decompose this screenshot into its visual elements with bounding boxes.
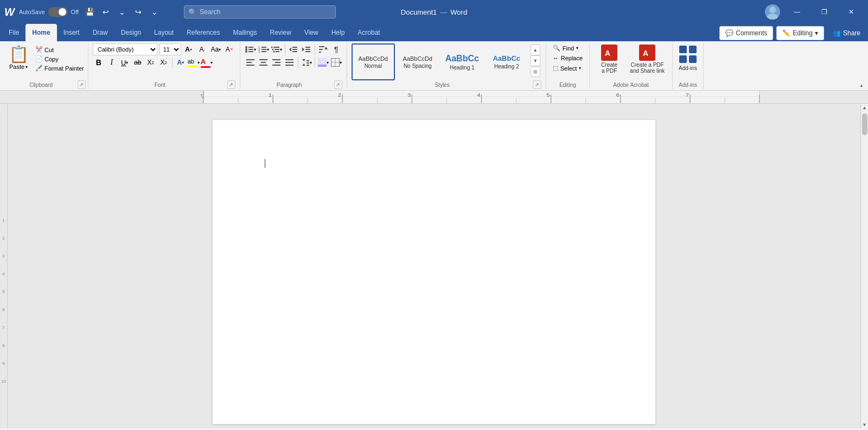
font-color-button[interactable]: A ▾	[201, 56, 213, 68]
tab-references[interactable]: References	[180, 24, 226, 41]
save-button[interactable]: 💾	[82, 4, 97, 20]
clipboard-dialog-button[interactable]: ↗	[78, 80, 86, 89]
borders-button[interactable]: ▾	[330, 56, 342, 68]
undo-dropdown[interactable]: ⌄	[114, 4, 130, 20]
svg-rect-30	[319, 52, 321, 53]
autosave-label: AutoSave	[19, 9, 45, 15]
style-heading1[interactable]: AaBbCc Heading 1	[441, 43, 484, 80]
tab-layout[interactable]: Layout	[148, 24, 180, 41]
select-button[interactable]: ⬚ Select ▾	[551, 64, 585, 73]
svg-rect-28	[319, 46, 324, 47]
tab-acrobat[interactable]: Acrobat	[351, 24, 386, 41]
format-painter-button[interactable]: 🖌️ Format Painter	[34, 64, 86, 72]
scroll-up-arrow[interactable]: ▲	[861, 104, 869, 111]
tab-review[interactable]: Review	[264, 24, 298, 41]
sort-button[interactable]	[317, 43, 329, 55]
justify-button[interactable]	[284, 56, 296, 68]
addins-icon[interactable]	[677, 43, 699, 65]
font-color-bar	[201, 66, 210, 68]
align-left-button[interactable]	[245, 56, 257, 68]
superscript-button[interactable]: X2	[158, 56, 170, 68]
editing-mode-button[interactable]: ✏️ Editing ▾	[776, 26, 824, 40]
shading-button[interactable]: ▾	[317, 56, 329, 68]
tab-design[interactable]: Design	[114, 24, 148, 41]
create-share-pdf-button[interactable]: A Create a PDFand Share link	[627, 43, 668, 75]
autosave-toggle[interactable]	[48, 7, 68, 17]
style-normal[interactable]: AaBbCcDd Normal	[352, 43, 395, 80]
scroll-down-arrow[interactable]: ▼	[861, 421, 869, 428]
tab-home[interactable]: Home	[25, 24, 56, 41]
line-spacing-button[interactable]: ▾	[301, 56, 312, 68]
font-group-label: Font	[93, 81, 227, 89]
paste-dropdown-icon: ▾	[25, 65, 28, 69]
redo-button[interactable]: ↪	[131, 4, 146, 20]
bullets-button[interactable]: ▾	[245, 43, 257, 55]
editing-label: Editing	[793, 29, 813, 37]
bold-button[interactable]: B	[93, 56, 105, 68]
user-avatar[interactable]	[765, 4, 780, 20]
comments-button[interactable]: 💬 Comments	[719, 26, 773, 40]
scroll-thumb[interactable]	[862, 113, 867, 135]
copy-button[interactable]: 📄 Copy	[34, 55, 86, 63]
close-button[interactable]: ✕	[839, 3, 864, 21]
cut-button[interactable]: ✂️ Cut	[34, 46, 86, 54]
create-pdf-button[interactable]: A Createa PDF	[594, 43, 624, 75]
styles-dialog-button[interactable]: ↗	[533, 80, 541, 89]
numbering-button[interactable]: 1.2.3. ▾	[258, 43, 270, 55]
clipboard-group-content: 📋 Paste ▾ ✂️ Cut 📄 Copy	[4, 43, 86, 80]
strikethrough-button[interactable]: ab	[132, 56, 144, 68]
align-center-button[interactable]	[258, 56, 270, 68]
multilevel-list-button[interactable]: ▾	[271, 43, 283, 55]
align-right-button[interactable]	[271, 56, 283, 68]
svg-marker-31	[324, 47, 328, 49]
paragraph-dialog-button[interactable]: ↗	[334, 80, 342, 89]
change-case-button[interactable]: Aa▾	[210, 43, 222, 55]
increase-font-button[interactable]: A+	[183, 43, 195, 55]
share-button[interactable]: 👥 Share	[827, 27, 866, 40]
cursor	[265, 159, 603, 168]
cut-icon: ✂️	[35, 46, 43, 53]
decrease-indent-button[interactable]	[288, 43, 299, 55]
ribbon-collapse-button[interactable]: ▲	[857, 81, 866, 90]
search-input[interactable]	[184, 5, 336, 18]
styles-scroll-down[interactable]: ▼	[531, 55, 540, 66]
undo-button[interactable]: ↩	[98, 4, 113, 20]
italic-button[interactable]: I	[106, 56, 118, 68]
decrease-font-button[interactable]: A-	[196, 43, 208, 55]
styles-scroll-up[interactable]: ▲	[531, 45, 540, 55]
font-dialog-button[interactable]: ↗	[227, 80, 235, 89]
svg-rect-43	[285, 65, 293, 66]
tab-mailings[interactable]: Mailings	[226, 24, 263, 41]
minimize-button[interactable]: —	[784, 3, 809, 21]
subscript-button[interactable]: X2	[145, 56, 157, 68]
tab-file[interactable]: File	[2, 24, 25, 41]
increase-indent-button[interactable]	[301, 43, 312, 55]
tab-view[interactable]: View	[298, 24, 325, 41]
highlight-color-button[interactable]: ab ▾	[188, 56, 200, 68]
style-normal-preview: AaBbCcDd	[359, 55, 388, 62]
vertical-scrollbar[interactable]: ▲ ▼	[860, 104, 868, 428]
tab-insert[interactable]: Insert	[57, 24, 86, 41]
text-effects-button[interactable]: A▾	[175, 56, 187, 68]
tab-help[interactable]: Help	[325, 24, 352, 41]
tab-draw[interactable]: Draw	[86, 24, 114, 41]
style-heading2[interactable]: AaBbCc Heading 2	[485, 43, 528, 80]
qat-more-button[interactable]: ⌄	[147, 4, 162, 20]
document-page[interactable]	[213, 120, 655, 424]
font-name-select[interactable]: Calibri (Body)	[93, 43, 158, 55]
svg-rect-48	[307, 65, 309, 66]
svg-rect-61	[689, 55, 697, 63]
replace-button[interactable]: ↔ Replace	[551, 54, 585, 62]
styles-expand[interactable]: ⊞	[531, 66, 540, 77]
font-size-select[interactable]: 11	[159, 43, 181, 55]
svg-rect-25	[305, 47, 310, 48]
underline-button[interactable]: U▾	[119, 56, 131, 68]
select-dropdown-icon: ▾	[579, 66, 581, 71]
clear-formatting-button[interactable]: A✕	[224, 43, 235, 55]
show-hide-button[interactable]: ¶	[330, 43, 342, 55]
paste-button[interactable]: 📋 Paste ▾	[4, 43, 33, 71]
style-no-spacing[interactable]: AaBbCcDd No Spacing	[396, 43, 439, 80]
format-painter-icon: 🖌️	[35, 65, 43, 72]
find-button[interactable]: 🔍 Find ▾	[551, 43, 585, 53]
restore-button[interactable]: ❐	[812, 3, 837, 21]
